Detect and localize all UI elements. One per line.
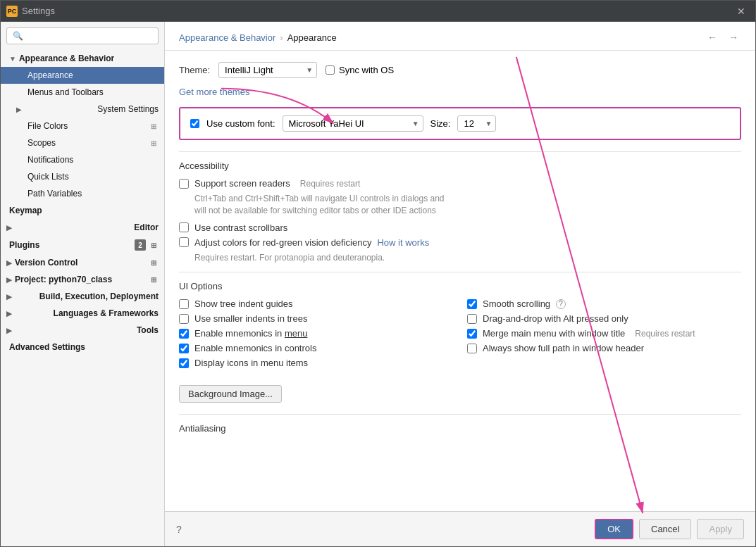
sidebar-group-header-appearance-behavior[interactable]: ▼ Appearance & Behavior [1, 50, 164, 67]
get-more-themes-link[interactable]: Get more themes [179, 87, 741, 97]
requires-restart-hint: Requires restart [300, 179, 360, 189]
breadcrumb-parent[interactable]: Appearance & Behavior [179, 32, 275, 43]
sidebar-item-label: Advanced Settings [9, 342, 85, 352]
sidebar-item-quick-lists[interactable]: Quick Lists [1, 168, 164, 185]
sidebar-item-scopes[interactable]: Scopes ⊞ [1, 134, 164, 151]
chevron-right-icon: ▶ [6, 259, 12, 267]
antialiasing-title: Antialiasing [179, 423, 741, 434]
chevron-right-icon: ▶ [6, 276, 12, 284]
sidebar-item-menus-toolbars[interactable]: Menus and Toolbars [1, 84, 164, 101]
footer-buttons: OK Cancel Apply [595, 519, 744, 539]
font-select[interactable]: Microsoft YaHei UI Arial Consolas Segoe … [283, 115, 423, 132]
sidebar-item-label: System Settings [97, 104, 159, 114]
screen-readers-checkbox[interactable] [179, 179, 189, 189]
sidebar-item-label: Editor [134, 222, 159, 232]
sidebar-item-appearance[interactable]: Appearance [1, 67, 164, 84]
label: Show tree indent guides [194, 298, 292, 309]
ui-options-left: Show tree indent guides Use smaller inde… [179, 298, 453, 372]
custom-font-checkbox[interactable] [190, 119, 199, 128]
plugins-badge: 2 [135, 239, 146, 251]
sidebar-item-label: Scopes [27, 138, 56, 148]
titlebar: PC Settings ✕ [1, 1, 755, 22]
grid-icon: ⊞ [149, 138, 159, 148]
accessibility-divider [179, 151, 741, 152]
sidebar-item-label: Plugins [9, 240, 39, 250]
color-deficiency-checkbox[interactable] [179, 237, 189, 247]
ui-options-divider [179, 272, 741, 272]
sidebar-item-tools[interactable]: ▶ Tools [1, 322, 164, 339]
sidebar-item-label: Quick Lists [27, 172, 69, 182]
sidebar-item-keymap[interactable]: Keymap [1, 202, 164, 219]
full-path-row: Always show full path in window header [467, 343, 741, 353]
contrast-scrollbars-label: Use contrast scrollbars [194, 222, 287, 233]
content-wrapper: Appearance & Behavior › Appearance ← → T… [165, 22, 755, 546]
chevron-right-icon: ▶ [6, 327, 12, 334]
mnemonics-menu-checkbox[interactable] [179, 329, 189, 339]
size-select-wrapper[interactable]: 10 11 12 13 14 16 ▼ [457, 115, 496, 132]
breadcrumb-separator: › [280, 32, 283, 43]
chevron-right-icon: ▶ [6, 293, 12, 301]
antialiasing-divider [179, 414, 741, 415]
nav-buttons: ← → [705, 30, 741, 44]
merge-main-menu-checkbox[interactable] [467, 329, 477, 339]
sidebar-item-label: Project: python70_class [15, 275, 112, 284]
chevron-right-icon: ▶ [6, 310, 12, 317]
size-select[interactable]: 10 11 12 13 14 16 [457, 115, 496, 132]
help-icon[interactable]: ? [556, 299, 566, 309]
sync-row: Sync with OS [326, 65, 394, 75]
ui-options-title: UI Options [179, 281, 741, 291]
label: Use smaller indents in trees [194, 313, 307, 324]
full-path-checkbox[interactable] [467, 344, 477, 353]
search-box[interactable]: 🔍 [6, 27, 159, 44]
label: Always show full path in window header [483, 343, 644, 353]
mnemonics-controls-checkbox[interactable] [179, 344, 189, 353]
nav-forward-button[interactable]: → [726, 30, 741, 44]
how-it-works-link[interactable]: How it works [377, 237, 429, 248]
smooth-scrolling-checkbox[interactable] [467, 299, 477, 309]
apply-button[interactable]: Apply [697, 519, 744, 539]
drag-drop-alt-checkbox[interactable] [467, 314, 477, 324]
sidebar-item-plugins[interactable]: Plugins 2 ⊞ [1, 236, 164, 254]
contrast-scrollbars-checkbox[interactable] [179, 222, 189, 232]
footer: ? OK Cancel Apply [165, 511, 755, 546]
sidebar-item-path-variables[interactable]: Path Variables [1, 185, 164, 202]
custom-font-box: Use custom font: Microsoft YaHei UI Aria… [179, 107, 741, 140]
sidebar-item-version-control[interactable]: ▶ Version Control ⊞ [1, 254, 164, 271]
display-icons-checkbox[interactable] [179, 358, 189, 368]
sidebar-item-label: Build, Execution, Deployment [39, 291, 159, 301]
theme-select-wrapper[interactable]: IntelliJ Light Darcula High Contrast ▼ [218, 62, 317, 78]
main-area: 🔍 ▼ Appearance & Behavior Appearance Men… [1, 22, 755, 546]
sidebar-item-editor[interactable]: ▶ Editor [1, 219, 164, 236]
sidebar-item-languages[interactable]: ▶ Languages & Frameworks [1, 305, 164, 322]
sidebar-item-project[interactable]: ▶ Project: python70_class ⊞ [1, 271, 164, 288]
sidebar-item-label: Version Control [15, 258, 78, 268]
sidebar-item-label: Languages & Frameworks [54, 308, 159, 318]
smaller-indents-checkbox[interactable] [179, 314, 189, 324]
settings-window: PC Settings ✕ 🔍 ▼ Appearance & Behavior … [0, 0, 756, 547]
size-label: Size: [430, 118, 451, 129]
screen-readers-desc: Ctrl+Tab and Ctrl+Shift+Tab will navigat… [194, 193, 741, 217]
font-select-wrapper[interactable]: Microsoft YaHei UI Arial Consolas Segoe … [283, 115, 423, 132]
background-image-button[interactable]: Background Image... [179, 385, 282, 403]
window-title: Settings [22, 6, 733, 16]
theme-select[interactable]: IntelliJ Light Darcula High Contrast [218, 62, 317, 78]
screen-readers-row: Support screen readers Requires restart [179, 178, 741, 189]
sidebar-item-build[interactable]: ▶ Build, Execution, Deployment [1, 288, 164, 305]
color-deficiency-label: Adjust colors for red-green vision defic… [194, 237, 371, 248]
show-tree-guides-checkbox[interactable] [179, 299, 189, 309]
sidebar-item-advanced-settings[interactable]: Advanced Settings [1, 339, 164, 356]
help-button[interactable]: ? [176, 524, 182, 535]
custom-font-label: Use custom font: [206, 118, 275, 129]
chevron-right-icon: ▶ [16, 106, 22, 113]
cancel-button[interactable]: Cancel [639, 519, 691, 539]
nav-back-button[interactable]: ← [705, 30, 720, 44]
close-button[interactable]: ✕ [733, 4, 750, 18]
sync-checkbox[interactable] [326, 65, 335, 75]
sidebar-item-notifications[interactable]: Notifications [1, 151, 164, 168]
content-header: Appearance & Behavior › Appearance ← → [165, 22, 755, 51]
chevron-down-icon: ▼ [9, 55, 16, 63]
show-tree-guides-row: Show tree indent guides [179, 298, 453, 309]
sidebar-item-system-settings[interactable]: ▶ System Settings [1, 101, 164, 118]
sidebar-item-file-colors[interactable]: File Colors ⊞ [1, 118, 164, 134]
ok-button[interactable]: OK [595, 519, 633, 539]
